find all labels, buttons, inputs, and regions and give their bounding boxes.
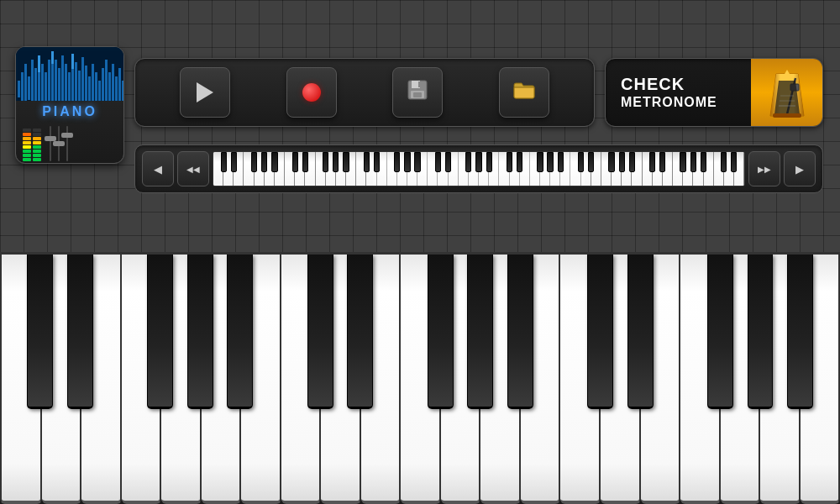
piano-faders bbox=[16, 123, 123, 163]
svg-rect-40 bbox=[413, 92, 422, 97]
save-button[interactable] bbox=[392, 67, 443, 118]
white-key[interactable] bbox=[281, 255, 322, 504]
svg-rect-24 bbox=[95, 72, 97, 101]
svg-rect-22 bbox=[88, 76, 91, 101]
svg-rect-25 bbox=[98, 81, 101, 101]
scroll-right-step-button[interactable]: ▶▶ bbox=[748, 151, 780, 186]
svg-rect-3 bbox=[24, 64, 27, 101]
white-keys-container bbox=[0, 255, 840, 504]
white-key[interactable] bbox=[480, 255, 521, 504]
white-key[interactable] bbox=[760, 255, 801, 504]
white-key[interactable] bbox=[641, 255, 681, 504]
scroll-left-end-button[interactable]: ◀ bbox=[142, 151, 174, 186]
svg-rect-31 bbox=[118, 68, 121, 101]
svg-marker-49 bbox=[785, 70, 790, 74]
app-background: PIANO bbox=[0, 0, 840, 504]
white-key[interactable] bbox=[202, 255, 242, 504]
record-icon bbox=[302, 83, 321, 102]
white-key[interactable] bbox=[521, 255, 561, 504]
metronome-button[interactable]: CHECK METRONOME bbox=[605, 58, 823, 127]
white-key[interactable] bbox=[441, 255, 481, 504]
svg-rect-38 bbox=[418, 81, 420, 87]
save-icon bbox=[407, 79, 428, 106]
scroll-right-step-icon: ▶▶ bbox=[758, 165, 771, 174]
svg-marker-45 bbox=[774, 81, 800, 114]
waveform-display bbox=[16, 47, 123, 101]
svg-rect-18 bbox=[75, 62, 77, 101]
svg-rect-10 bbox=[48, 60, 50, 101]
svg-rect-1 bbox=[18, 81, 20, 97]
folder-icon bbox=[512, 80, 536, 105]
svg-rect-14 bbox=[61, 55, 64, 101]
svg-rect-33 bbox=[38, 55, 40, 72]
white-key[interactable] bbox=[680, 255, 721, 504]
svg-rect-12 bbox=[55, 60, 57, 101]
svg-rect-5 bbox=[31, 60, 34, 101]
piano-app-icon[interactable]: PIANO bbox=[15, 46, 124, 164]
transport-panel bbox=[134, 58, 595, 127]
white-key[interactable] bbox=[560, 255, 601, 504]
white-key[interactable] bbox=[161, 255, 202, 504]
white-key[interactable] bbox=[42, 255, 82, 504]
svg-rect-29 bbox=[112, 64, 114, 101]
mini-white-keys bbox=[213, 152, 744, 186]
white-key[interactable] bbox=[241, 255, 281, 504]
piano-keyboard[interactable] bbox=[0, 252, 840, 504]
svg-rect-2 bbox=[21, 72, 24, 101]
scroll-right-end-button[interactable]: ▶ bbox=[784, 151, 816, 186]
keyboard-scroll-bar: ◀ ◀◀ ▶▶ ▶ bbox=[134, 144, 823, 193]
svg-rect-4 bbox=[28, 76, 30, 100]
record-button[interactable] bbox=[286, 67, 337, 118]
scroll-left-step-icon: ◀◀ bbox=[186, 165, 200, 174]
white-key[interactable] bbox=[601, 255, 641, 504]
svg-rect-34 bbox=[51, 51, 54, 64]
svg-rect-21 bbox=[85, 66, 87, 101]
svg-rect-50 bbox=[773, 113, 801, 118]
svg-rect-23 bbox=[92, 64, 94, 101]
svg-rect-9 bbox=[45, 72, 47, 101]
white-key[interactable] bbox=[321, 255, 361, 504]
white-key[interactable] bbox=[0, 255, 42, 504]
metronome-icon bbox=[766, 66, 808, 120]
scroll-left-step-button[interactable]: ◀◀ bbox=[177, 151, 209, 186]
folder-button[interactable] bbox=[499, 67, 549, 118]
piano-label: PIANO bbox=[42, 104, 97, 119]
white-key[interactable] bbox=[721, 255, 761, 504]
svg-rect-26 bbox=[102, 68, 104, 101]
scroll-right-end-icon: ▶ bbox=[795, 163, 804, 176]
svg-rect-6 bbox=[34, 68, 37, 101]
svg-rect-16 bbox=[68, 72, 71, 101]
svg-rect-35 bbox=[71, 54, 74, 69]
metronome-icon-area bbox=[751, 58, 822, 127]
white-key[interactable] bbox=[401, 255, 441, 504]
svg-rect-8 bbox=[41, 64, 44, 101]
white-key[interactable] bbox=[801, 255, 840, 504]
white-key[interactable] bbox=[361, 255, 402, 504]
svg-rect-27 bbox=[105, 60, 108, 101]
svg-rect-13 bbox=[58, 68, 60, 101]
svg-rect-19 bbox=[78, 71, 81, 101]
svg-rect-28 bbox=[108, 72, 111, 101]
scroll-left-end-icon: ◀ bbox=[154, 163, 162, 176]
mini-keyboard-display[interactable] bbox=[213, 151, 745, 186]
svg-rect-15 bbox=[65, 64, 67, 101]
svg-rect-32 bbox=[122, 81, 123, 101]
svg-rect-30 bbox=[115, 76, 118, 101]
white-key[interactable] bbox=[81, 255, 122, 504]
play-button[interactable] bbox=[180, 67, 230, 118]
top-bar: CHECK METRONOME bbox=[134, 50, 823, 134]
metronome-text: CHECK METRONOME bbox=[606, 74, 751, 110]
svg-rect-20 bbox=[81, 57, 84, 101]
play-icon bbox=[197, 82, 213, 102]
white-key[interactable] bbox=[122, 255, 162, 504]
